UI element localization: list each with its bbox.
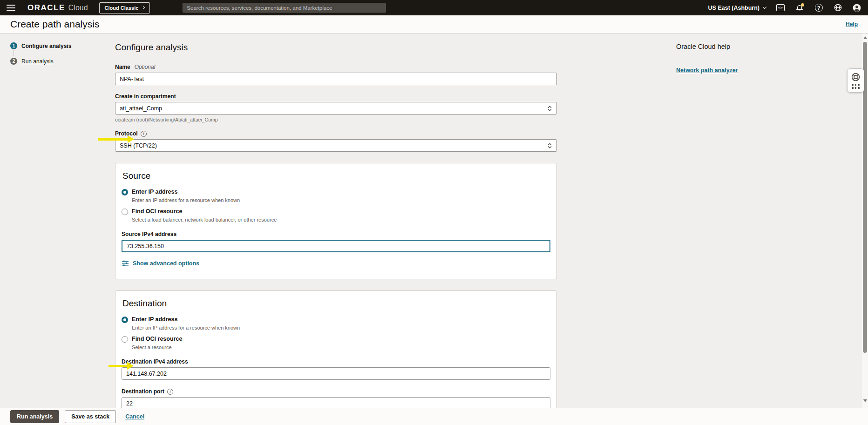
wizard-stepper: 1 Configure analysis 2 Run analysis bbox=[10, 42, 103, 73]
step-1-label: Configure analysis bbox=[21, 43, 71, 49]
radio-selected-icon bbox=[122, 189, 128, 196]
select-chevrons-icon bbox=[547, 105, 552, 112]
compartment-hint: ociateam (root)/Networking/Ati/ati_attae… bbox=[115, 117, 557, 122]
search-input[interactable] bbox=[183, 3, 386, 13]
step-2-link[interactable]: Run analysis bbox=[21, 58, 54, 65]
help-question-icon[interactable] bbox=[814, 3, 823, 13]
destination-port-input[interactable] bbox=[122, 397, 550, 408]
source-find-oci-desc: Select a load balancer, network load bal… bbox=[132, 217, 550, 223]
step-configure-analysis[interactable]: 1 Configure analysis bbox=[10, 42, 103, 58]
protocol-label: Protocol bbox=[115, 130, 138, 137]
cancel-link[interactable]: Cancel bbox=[125, 413, 144, 420]
source-enter-ip-radio[interactable]: Enter IP address bbox=[122, 189, 550, 196]
compartment-label: Create in compartment bbox=[115, 93, 557, 100]
source-find-oci-radio[interactable]: Find OCI resource bbox=[122, 208, 550, 215]
source-ip-input[interactable] bbox=[122, 240, 550, 252]
action-footer: Run analysis Save as stack Cancel bbox=[0, 408, 868, 425]
oracle-cloud-help-panel: Oracle Cloud help Network path analyzer bbox=[676, 43, 858, 74]
page-header: Create path analysis Help bbox=[0, 15, 868, 34]
top-navigation-bar: ORACLE Cloud Cloud Classic US East (Ashb… bbox=[0, 0, 868, 15]
region-label: US East (Ashburn) bbox=[708, 5, 760, 11]
brand-oracle: ORACLE bbox=[27, 3, 65, 13]
name-input[interactable] bbox=[115, 73, 557, 85]
destination-find-oci-radio[interactable]: Find OCI resource bbox=[122, 336, 550, 343]
network-path-analyzer-link[interactable]: Network path analyzer bbox=[676, 67, 738, 74]
select-chevrons-icon bbox=[547, 142, 552, 149]
run-analysis-button[interactable]: Run analysis bbox=[10, 410, 59, 423]
radio-unselected-icon bbox=[122, 209, 128, 215]
scroll-up-arrow[interactable] bbox=[863, 36, 867, 39]
dots-grid-icon bbox=[852, 84, 860, 89]
source-card: Source Enter IP address Enter an IP addr… bbox=[115, 163, 557, 279]
support-widget[interactable] bbox=[847, 68, 864, 93]
radio-unselected-icon bbox=[122, 336, 128, 343]
step-1-circle: 1 bbox=[10, 42, 17, 49]
destination-port-label: Destination port bbox=[122, 388, 164, 395]
cloud-classic-button[interactable]: Cloud Classic bbox=[99, 2, 150, 13]
topbar-right-cluster: US East (Ashburn) <> bbox=[708, 3, 861, 13]
hamburger-menu-icon[interactable] bbox=[7, 5, 15, 11]
destination-find-oci-desc: Select a resource bbox=[132, 344, 550, 350]
compartment-select[interactable]: ati_attaei_Comp bbox=[115, 102, 557, 115]
life-ring-icon bbox=[851, 72, 861, 82]
protocol-value: SSH (TCP/22) bbox=[120, 142, 157, 149]
globe-language-icon[interactable] bbox=[833, 3, 842, 13]
page-title: Create path analysis bbox=[10, 19, 99, 30]
destination-card: Destination Enter IP address Enter an IP… bbox=[115, 290, 557, 408]
source-heading: Source bbox=[122, 171, 550, 181]
protocol-field-group: Protocol SSH (TCP/22) bbox=[115, 130, 557, 152]
oracle-cloud-logo[interactable]: ORACLE Cloud bbox=[27, 3, 88, 13]
user-avatar-icon[interactable] bbox=[852, 3, 861, 13]
show-advanced-options[interactable]: Show advanced options bbox=[122, 260, 550, 267]
step-2-circle: 2 bbox=[10, 58, 17, 65]
help-link[interactable]: Help bbox=[846, 21, 858, 27]
source-enter-ip-desc: Enter an IP address for a resource when … bbox=[132, 197, 550, 203]
compartment-value: ati_attaei_Comp bbox=[120, 105, 162, 112]
protocol-select[interactable]: SSH (TCP/22) bbox=[115, 139, 557, 152]
destination-heading: Destination bbox=[122, 298, 550, 309]
advanced-options-link[interactable]: Show advanced options bbox=[133, 260, 199, 267]
name-label: Name bbox=[115, 64, 130, 70]
name-optional-tag: Optional bbox=[135, 64, 156, 70]
radio-selected-icon bbox=[122, 317, 128, 323]
compartment-field-group: Create in compartment ati_attaei_Comp oc… bbox=[115, 93, 557, 122]
destination-enter-ip-radio[interactable]: Enter IP address bbox=[122, 316, 550, 323]
source-ip-label: Source IPv4 address bbox=[122, 231, 550, 237]
name-field-group: Name Optional bbox=[115, 64, 557, 85]
notifications-bell-icon[interactable] bbox=[795, 3, 804, 13]
brand-cloud: Cloud bbox=[68, 4, 88, 12]
protocol-info-icon[interactable] bbox=[141, 131, 147, 137]
save-as-stack-button[interactable]: Save as stack bbox=[65, 410, 116, 423]
destination-ip-input[interactable] bbox=[122, 367, 550, 380]
step-connector-line bbox=[14, 50, 14, 56]
content-area: 1 Configure analysis 2 Run analysis Conf… bbox=[0, 34, 868, 408]
destination-ip-label: Destination IPv4 address bbox=[122, 358, 550, 365]
help-panel-heading: Oracle Cloud help bbox=[676, 43, 858, 58]
oracle-cloud-console: ORACLE Cloud Cloud Classic US East (Ashb… bbox=[0, 0, 868, 425]
region-selector[interactable]: US East (Ashburn) bbox=[708, 5, 766, 11]
chevron-down-icon bbox=[763, 5, 766, 9]
chevron-right-icon bbox=[142, 6, 145, 9]
sliders-icon bbox=[122, 260, 129, 267]
configure-analysis-form: Configure analysis Name Optional Create … bbox=[115, 42, 557, 408]
destination-enter-ip-desc: Enter an IP address for a resource when … bbox=[132, 325, 550, 331]
destination-port-info-icon[interactable] bbox=[167, 389, 173, 395]
form-heading: Configure analysis bbox=[115, 42, 557, 53]
developer-tools-icon[interactable]: <> bbox=[776, 3, 785, 13]
cloud-classic-label: Cloud Classic bbox=[105, 5, 139, 11]
step-run-analysis[interactable]: 2 Run analysis bbox=[10, 58, 103, 73]
notification-badge bbox=[801, 3, 804, 7]
global-search bbox=[183, 3, 386, 13]
scroll-down-arrow[interactable] bbox=[863, 399, 867, 402]
